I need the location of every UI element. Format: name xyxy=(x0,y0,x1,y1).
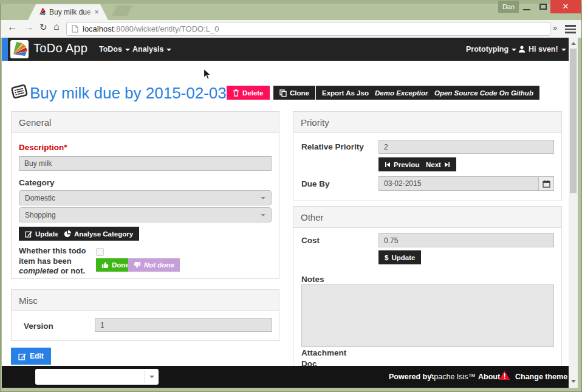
select-caret-icon xyxy=(261,197,265,199)
copy-icon xyxy=(279,89,287,97)
browser-menu-icon[interactable] xyxy=(565,25,576,33)
new-tab-button[interactable] xyxy=(112,5,132,16)
browser-tab[interactable]: Buy milk due by 201 × xyxy=(28,4,108,20)
app-navbar: ToDo App ToDos Analysis Prototyping Hi s… xyxy=(2,38,569,61)
thumbs-down-icon xyxy=(134,261,141,269)
general-panel: General Description* Category Domestic S… xyxy=(11,111,279,279)
subcategory-select[interactable]: Shopping xyxy=(19,207,272,222)
general-panel-title: General xyxy=(12,112,279,133)
powered-by-label: Powered by: xyxy=(389,373,434,381)
app-footer: Powered by: Apache Isis™ About Change th… xyxy=(2,366,569,388)
delete-button[interactable]: Delete xyxy=(227,86,270,100)
pie-chart-icon xyxy=(64,230,71,238)
scroll-down-icon[interactable] xyxy=(571,380,576,383)
scroll-up-icon[interactable] xyxy=(571,42,576,45)
tab-close-icon[interactable]: × xyxy=(92,8,101,16)
browser-profile-badge[interactable]: Dan xyxy=(498,1,519,13)
overflow-chevrons-icon[interactable]: » xyxy=(553,23,557,32)
category-select[interactable]: Domestic xyxy=(19,190,272,205)
page-viewport: ToDo App ToDos Analysis Prototyping Hi s… xyxy=(2,38,569,388)
other-panel: Other Cost $Update Notes Attachment Doc xyxy=(293,206,562,369)
next-button[interactable]: Next xyxy=(420,157,456,171)
calendar-icon xyxy=(543,180,550,188)
app-logo[interactable] xyxy=(10,40,29,58)
step-backward-icon xyxy=(385,162,391,168)
github-source-button[interactable]: Open Source Code On Github xyxy=(428,86,539,100)
back-icon[interactable]: ← xyxy=(7,21,18,33)
relative-priority-input[interactable] xyxy=(378,140,554,154)
app-brand[interactable]: ToDo App xyxy=(33,41,87,55)
caret-down-icon xyxy=(561,49,566,51)
not-done-button[interactable]: Not done xyxy=(128,258,180,272)
home-icon[interactable]: ⌂ xyxy=(53,21,60,32)
misc-panel-title: Misc xyxy=(12,290,279,311)
cost-update-button[interactable]: $Update xyxy=(378,250,421,264)
other-panel-title: Other xyxy=(293,207,561,228)
dollar-icon: $ xyxy=(385,254,388,261)
about-link[interactable]: About xyxy=(478,373,500,381)
description-input[interactable] xyxy=(19,156,272,171)
window-maximize-button[interactable] xyxy=(536,0,550,13)
pencil-square-icon xyxy=(18,352,26,360)
page-scrollbar[interactable] xyxy=(569,38,578,388)
version-input[interactable] xyxy=(95,318,272,332)
caret-down-icon xyxy=(125,49,130,51)
scrollbar-thumb[interactable] xyxy=(570,49,577,193)
caret-down-icon xyxy=(166,49,171,51)
window-minimize-button[interactable] xyxy=(519,0,535,13)
mouse-cursor xyxy=(203,68,212,80)
warning-icon[interactable] xyxy=(499,370,510,380)
due-by-input[interactable] xyxy=(378,176,539,191)
thumbs-up-icon xyxy=(101,261,109,269)
left-accent-strip xyxy=(2,38,8,61)
notes-textarea[interactable] xyxy=(301,284,554,347)
trash-icon xyxy=(233,89,239,97)
select-caret-icon xyxy=(149,376,154,378)
relative-priority-label: Relative Priority xyxy=(301,142,364,151)
step-forward-icon xyxy=(444,162,450,168)
due-by-label: Due By xyxy=(301,179,330,188)
completed-checkbox[interactable] xyxy=(96,248,104,256)
tab-favicon-icon xyxy=(38,7,47,16)
page-title: Buy milk due by 2015-02-03 xyxy=(30,84,227,103)
change-theme-link[interactable]: Change theme xyxy=(515,373,569,381)
menu-user[interactable]: Hi sven! xyxy=(518,45,566,53)
caret-down-icon xyxy=(512,49,516,51)
notes-label: Notes xyxy=(301,275,324,284)
todo-list-icon xyxy=(10,83,29,101)
pencil-square-icon xyxy=(25,230,32,238)
user-icon xyxy=(518,46,526,53)
window-close-button[interactable]: ✕ xyxy=(550,0,581,13)
select-caret-icon xyxy=(261,214,265,216)
maximize-icon xyxy=(539,4,547,10)
priority-panel-title: Priority xyxy=(293,112,561,133)
category-label: Category xyxy=(19,178,55,187)
clone-button[interactable]: Clone xyxy=(273,86,315,100)
edit-button[interactable]: Edit xyxy=(11,348,51,365)
calendar-addon-button[interactable] xyxy=(538,176,554,191)
menu-prototyping[interactable]: Prototyping xyxy=(466,45,516,53)
menu-todos[interactable]: ToDos xyxy=(99,45,130,53)
page-icon xyxy=(72,25,78,33)
cost-input[interactable] xyxy=(378,233,554,247)
completed-label: Whether this todo item has been complete… xyxy=(19,246,99,277)
analyse-category-button[interactable]: Analyse Category xyxy=(58,227,139,241)
forward-icon[interactable]: → xyxy=(24,21,34,33)
description-label: Description* xyxy=(19,143,67,152)
window-top-edge xyxy=(0,0,582,4)
url-host: localhost xyxy=(83,24,114,33)
isis-fan-icon xyxy=(10,40,29,58)
browser-window: Buy milk due by 201 × Dan ✕ ← → ↻ ⌂ loca… xyxy=(0,0,582,392)
footer-select[interactable] xyxy=(35,369,159,385)
demo-exception-button[interactable]: Demo Exception xyxy=(369,86,436,100)
product-link[interactable]: Apache Isis™ xyxy=(429,373,476,381)
version-label: Version xyxy=(24,322,53,331)
priority-panel: Priority Relative Priority Previous Next… xyxy=(293,111,562,201)
address-bar[interactable]: localhost:8080/wicket/entity/TODO:L_0 xyxy=(66,22,550,36)
cost-label: Cost xyxy=(301,236,320,245)
url-text: localhost:8080/wicket/entity/TODO:L_0 xyxy=(83,24,219,33)
reload-icon[interactable]: ↻ xyxy=(39,22,47,33)
attachment-label: Attachment xyxy=(301,348,346,357)
menu-analysis[interactable]: Analysis xyxy=(132,45,171,53)
select-divider xyxy=(145,371,145,383)
